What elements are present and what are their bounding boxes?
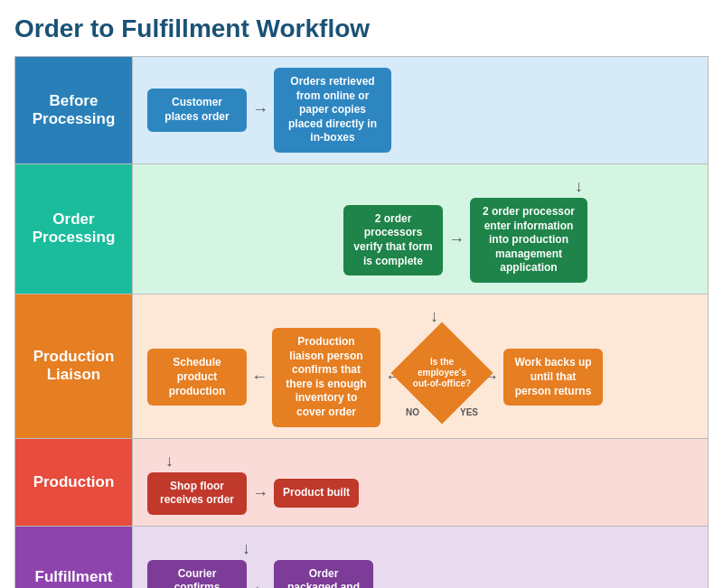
lane-production-label: Production bbox=[15, 438, 133, 526]
arrow-down-4: ↓ bbox=[242, 539, 250, 558]
lane-fulfillment-row: Fulfillment ↓ Courier confirms delivery … bbox=[15, 526, 709, 588]
lane-production-row: Production ↓ Shop floor receives order →… bbox=[15, 438, 709, 526]
arrow-down-3: ↓ bbox=[165, 452, 174, 471]
production-box1: Shop floor receives order bbox=[147, 472, 247, 515]
order-box2: 2 order processor enter information into… bbox=[470, 198, 587, 283]
yes-label: YES bbox=[460, 407, 478, 417]
arrow6: ← bbox=[252, 579, 268, 588]
lane-production-content: ↓ Shop floor receives order → Product bu… bbox=[133, 438, 709, 526]
liaison-box2: Production liaison person confirms that … bbox=[272, 328, 380, 427]
liaison-box1: Schedule product production bbox=[147, 349, 247, 406]
liaison-flow: Schedule product production ← Production… bbox=[147, 328, 693, 427]
fulfillment-box1: Courier confirms delivery bbox=[147, 560, 247, 588]
before-box1: Customer places order bbox=[147, 89, 247, 131]
production-flow: Shop floor receives order → Product buil… bbox=[147, 472, 693, 515]
diamond-text: Is the employee's out-of-office? bbox=[410, 357, 474, 389]
lane-liaison-row: Production Liaison ↓ Schedule product pr… bbox=[15, 294, 709, 438]
before-flow: Customer places order → Orders retrieved… bbox=[147, 68, 693, 153]
liaison-box3: Work backs up until that person returns bbox=[503, 349, 603, 406]
lane-fulfillment-content: ↓ Courier confirms delivery ← Order pack… bbox=[133, 526, 709, 588]
arrow-down-1: ↓ bbox=[575, 177, 583, 196]
arrow1: → bbox=[252, 100, 268, 119]
lane-order-content: ↓ 2 order processors verify that form is… bbox=[133, 163, 709, 294]
arrow5: → bbox=[252, 484, 268, 503]
production-box2: Product built bbox=[274, 479, 359, 508]
liaison-diamond-wrapper: Is the employee's out-of-office? NO YES bbox=[406, 337, 478, 417]
lane-liaison-content: ↓ Schedule product production ← Producti… bbox=[133, 294, 709, 438]
before-box2: Orders retrieved from online or paper co… bbox=[274, 68, 391, 153]
lane-fulfillment-label: Fulfillment bbox=[15, 526, 133, 588]
lane-liaison-label: Production Liaison bbox=[15, 294, 133, 438]
lane-order-label: Order Processing bbox=[15, 163, 133, 294]
no-label: NO bbox=[406, 407, 419, 417]
arrow-left: ← bbox=[251, 368, 268, 387]
fulfillment-box2: Order packaged and delivered bbox=[274, 560, 373, 588]
arrow2: → bbox=[448, 230, 465, 249]
fulfillment-flow: Courier confirms delivery ← Order packag… bbox=[147, 560, 693, 588]
order-box1: 2 order processors verify that form is c… bbox=[343, 205, 443, 275]
workflow-table: Before Processing Customer places order … bbox=[14, 56, 709, 588]
lane-before-label: Before Processing bbox=[15, 57, 133, 164]
page-title: Order to Fulfillment Workflow bbox=[14, 14, 709, 43]
lane-before-row: Before Processing Customer places order … bbox=[15, 57, 709, 164]
lane-before-content: Customer places order → Orders retrieved… bbox=[133, 57, 709, 164]
lane-order-row: Order Processing ↓ 2 order processors ve… bbox=[15, 163, 709, 294]
arrow-down-2: ↓ bbox=[430, 307, 438, 326]
order-flow: 2 order processors verify that form is c… bbox=[238, 198, 693, 283]
